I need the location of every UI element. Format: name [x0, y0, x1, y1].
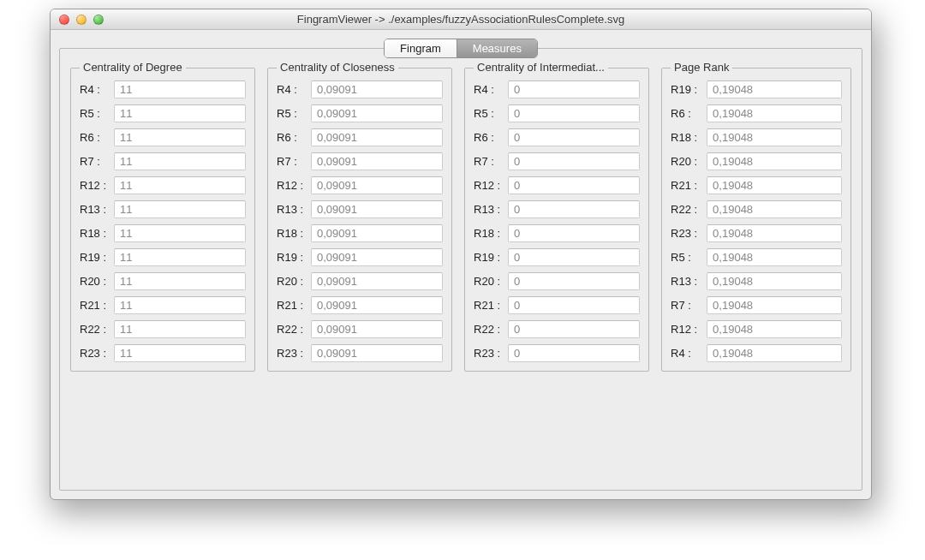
tab-measures[interactable]: Measures — [457, 39, 537, 57]
measure-value-field[interactable]: 0 — [508, 176, 640, 194]
measure-label: R19 : — [277, 251, 311, 264]
measure-label: R20 : — [474, 275, 508, 288]
titlebar[interactable]: FingramViewer -> ./examples/fuzzyAssocia… — [51, 9, 871, 30]
measure-value-field[interactable]: 0,09091 — [311, 344, 443, 362]
measure-value-field[interactable]: 11 — [114, 296, 246, 314]
measure-value-field[interactable]: 11 — [114, 200, 246, 218]
measure-label: R22 : — [671, 203, 707, 216]
measure-row: R4 :0 — [474, 80, 640, 98]
measure-label: R20 : — [277, 275, 311, 288]
measure-row: R7 :0 — [474, 152, 640, 170]
measure-value-field[interactable]: 0 — [508, 152, 640, 170]
measure-value-field[interactable]: 0,19048 — [707, 200, 842, 218]
measure-row: R13 :0,19048 — [671, 272, 842, 290]
measure-row: R20 :0,09091 — [277, 272, 443, 290]
measure-label: R18 : — [277, 227, 311, 240]
measure-value-field[interactable]: 11 — [114, 152, 246, 170]
measure-row: R19 :0,19048 — [671, 80, 842, 98]
measure-value-field[interactable]: 0,19048 — [707, 344, 842, 362]
measure-value-field[interactable]: 0,09091 — [311, 128, 443, 146]
close-icon[interactable] — [59, 15, 69, 25]
measure-value-field[interactable]: 11 — [114, 104, 246, 122]
measure-value-field[interactable]: 0,19048 — [707, 176, 842, 194]
measure-label: R6 : — [671, 107, 707, 120]
group-title: Centrality of Intermediat... — [474, 61, 608, 74]
measure-row: R18 :11 — [80, 224, 246, 242]
measure-label: R18 : — [80, 227, 114, 240]
measure-value-field[interactable]: 0,09091 — [311, 152, 443, 170]
measure-value-field[interactable]: 11 — [114, 224, 246, 242]
measure-label: R22 : — [277, 323, 311, 336]
measure-value-field[interactable]: 0,19048 — [707, 320, 842, 338]
measure-row: R18 :0,19048 — [671, 128, 842, 146]
measure-value-field[interactable]: 0,09091 — [311, 320, 443, 338]
measure-value-field[interactable]: 0,09091 — [311, 272, 443, 290]
measure-value-field[interactable]: 0,09091 — [311, 80, 443, 98]
measure-label: R21 : — [474, 299, 508, 312]
measure-value-field[interactable]: 0,19048 — [707, 152, 842, 170]
minimize-icon[interactable] — [76, 15, 87, 25]
measure-value-field[interactable]: 0 — [508, 272, 640, 290]
measure-row: R12 :0,09091 — [277, 176, 443, 194]
measure-value-field[interactable]: 0,09091 — [311, 224, 443, 242]
window-title: FingramViewer -> ./examples/fuzzyAssocia… — [51, 13, 871, 26]
measure-value-field[interactable]: 0,19048 — [707, 104, 842, 122]
measure-value-field[interactable]: 11 — [114, 320, 246, 338]
measure-label: R12 : — [671, 323, 707, 336]
measure-row: R20 :0,19048 — [671, 152, 842, 170]
measure-label: R12 : — [277, 179, 311, 192]
measure-value-field[interactable]: 0,19048 — [707, 248, 842, 266]
measure-value-field[interactable]: 0,19048 — [707, 128, 842, 146]
measure-value-field[interactable]: 0,09091 — [311, 248, 443, 266]
zoom-icon[interactable] — [93, 15, 104, 25]
measure-value-field[interactable]: 0,09091 — [311, 176, 443, 194]
measure-value-field[interactable]: 0,09091 — [311, 200, 443, 218]
measure-value-field[interactable]: 11 — [114, 80, 246, 98]
measure-value-field[interactable]: 0 — [508, 200, 640, 218]
group-page-rank: Page Rank R19 :0,19048R6 :0,19048R18 :0,… — [661, 68, 851, 372]
measure-value-field[interactable]: 0,19048 — [707, 296, 842, 314]
measure-row: R4 :0,19048 — [671, 344, 842, 362]
measure-row: R22 :0,09091 — [277, 320, 443, 338]
measure-value-field[interactable]: 11 — [114, 128, 246, 146]
measure-value-field[interactable]: 0,19048 — [707, 224, 842, 242]
measure-row: R6 :11 — [80, 128, 246, 146]
app-window: FingramViewer -> ./examples/fuzzyAssocia… — [50, 9, 872, 500]
measure-label: R18 : — [474, 227, 508, 240]
measure-value-field[interactable]: 0 — [508, 80, 640, 98]
group-title: Centrality of Closeness — [277, 61, 398, 74]
group-title: Centrality of Degree — [80, 61, 186, 74]
tab-fingram[interactable]: Fingram — [385, 39, 457, 57]
measure-value-field[interactable]: 11 — [114, 176, 246, 194]
measure-value-field[interactable]: 0 — [508, 320, 640, 338]
measure-label: R21 : — [80, 299, 114, 312]
measure-value-field[interactable]: 0 — [508, 224, 640, 242]
measure-label: R20 : — [80, 275, 114, 288]
measure-row: R5 :11 — [80, 104, 246, 122]
measure-value-field[interactable]: 11 — [114, 344, 246, 362]
measure-value-field[interactable]: 0 — [508, 128, 640, 146]
measure-label: R5 : — [277, 107, 311, 120]
measure-label: R13 : — [80, 203, 114, 216]
measure-value-field[interactable]: 0,09091 — [311, 296, 443, 314]
measure-value-field[interactable]: 0 — [508, 104, 640, 122]
measure-label: R13 : — [277, 203, 311, 216]
measure-value-field[interactable]: 0,19048 — [707, 80, 842, 98]
measure-value-field[interactable]: 11 — [114, 248, 246, 266]
measure-row: R18 :0,09091 — [277, 224, 443, 242]
measure-row: R12 :0 — [474, 176, 640, 194]
measure-row: R22 :0 — [474, 320, 640, 338]
measure-label: R6 : — [80, 131, 114, 144]
measure-value-field[interactable]: 0 — [508, 296, 640, 314]
measure-value-field[interactable]: 0 — [508, 248, 640, 266]
measure-label: R7 : — [80, 155, 114, 168]
measure-value-field[interactable]: 0,19048 — [707, 272, 842, 290]
measure-value-field[interactable]: 11 — [114, 272, 246, 290]
measure-value-field[interactable]: 0,09091 — [311, 104, 443, 122]
group-centrality-closeness: Centrality of Closeness R4 :0,09091R5 :0… — [267, 68, 452, 372]
measure-row: R7 :0,19048 — [671, 296, 842, 314]
measure-row: R23 :0,09091 — [277, 344, 443, 362]
measure-row: R6 :0,09091 — [277, 128, 443, 146]
group-centrality-intermediation: Centrality of Intermediat... R4 :0R5 :0R… — [464, 68, 649, 372]
measure-value-field[interactable]: 0 — [508, 344, 640, 362]
